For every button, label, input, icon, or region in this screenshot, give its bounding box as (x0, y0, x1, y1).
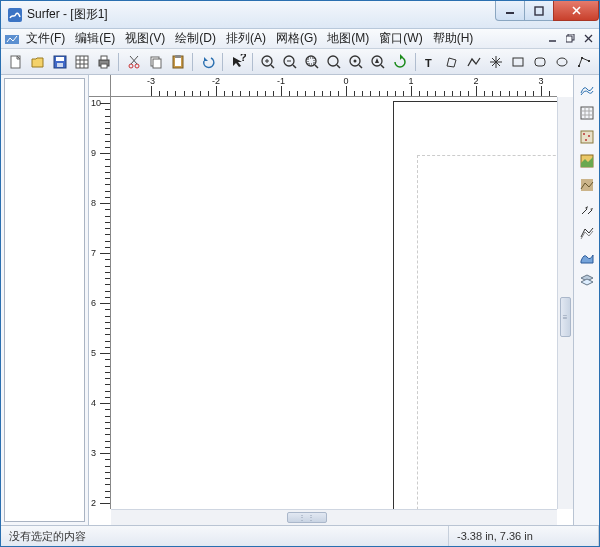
polygon-tool-button[interactable] (442, 51, 463, 73)
svg-point-68 (588, 135, 590, 137)
zoom-rect-button[interactable] (301, 51, 322, 73)
horizontal-ruler: -3-2-10123 (111, 75, 557, 97)
title-bar: Surfer - [图形1] (1, 1, 599, 29)
menu-arrange[interactable]: 排列(A) (221, 28, 271, 49)
menu-window[interactable]: 窗口(W) (374, 28, 427, 49)
svg-text:?: ? (240, 54, 246, 63)
svg-rect-59 (581, 57, 583, 59)
menu-bar: 文件(F) 编辑(E) 视图(V) 绘制(D) 排列(A) 网格(G) 地图(M… (1, 29, 599, 49)
reshape-tool-button[interactable] (574, 51, 595, 73)
svg-line-73 (588, 210, 592, 214)
status-coordinates: -3.38 in, 7.36 in (449, 526, 599, 546)
svg-rect-22 (101, 64, 107, 68)
new-button[interactable] (5, 51, 26, 73)
svg-line-72 (582, 209, 587, 214)
mdi-controls (543, 31, 597, 47)
zoom-fit-button[interactable] (323, 51, 344, 73)
menu-edit[interactable]: 编辑(E) (70, 28, 120, 49)
svg-line-26 (130, 56, 137, 64)
svg-rect-66 (581, 131, 593, 143)
zoom-in-button[interactable] (257, 51, 278, 73)
mdi-system-icon[interactable] (5, 32, 19, 46)
status-bar: 没有选定的内容 -3.38 in, 7.36 in (1, 525, 599, 546)
menu-grid[interactable]: 网格(G) (271, 28, 322, 49)
page-margin (417, 155, 557, 509)
menu-map[interactable]: 地图(M) (322, 28, 374, 49)
svg-rect-15 (76, 56, 88, 68)
svg-rect-58 (578, 65, 580, 67)
svg-rect-61 (581, 107, 593, 119)
rounded-rect-tool-button[interactable] (530, 51, 551, 73)
menu-view[interactable]: 视图(V) (120, 28, 170, 49)
paste-button[interactable] (167, 51, 188, 73)
rectangle-tool-button[interactable] (508, 51, 529, 73)
redraw-button[interactable] (390, 51, 411, 73)
map-toolbar (573, 75, 599, 525)
symbol-tool-button[interactable] (486, 51, 507, 73)
mdi-minimize-button[interactable] (543, 31, 561, 47)
save-button[interactable] (49, 51, 70, 73)
svg-rect-31 (175, 55, 181, 58)
cut-button[interactable] (123, 51, 144, 73)
svg-rect-30 (175, 58, 181, 66)
svg-rect-2 (535, 7, 543, 15)
worksheet-button[interactable] (71, 51, 92, 73)
svg-rect-8 (566, 36, 572, 42)
minimize-button[interactable] (495, 1, 525, 21)
wireframe-map-icon[interactable] (577, 223, 597, 243)
polyline-tool-button[interactable] (464, 51, 485, 73)
mdi-restore-button[interactable] (561, 31, 579, 47)
horizontal-scroll-thumb[interactable]: ⋮⋮ (287, 512, 327, 523)
app-icon (7, 7, 23, 23)
contour-map-icon[interactable] (577, 79, 597, 99)
svg-text:T: T (425, 57, 432, 69)
svg-point-69 (585, 139, 587, 141)
zoom-out-button[interactable] (279, 51, 300, 73)
svg-point-57 (557, 58, 567, 66)
canvas-viewport[interactable] (111, 97, 557, 509)
status-selection: 没有选定的内容 (1, 526, 449, 546)
horizontal-scrollbar[interactable]: ⋮⋮ (111, 509, 557, 525)
zoom-actual-button[interactable] (345, 51, 366, 73)
svg-rect-14 (57, 63, 63, 67)
base-map-icon[interactable] (577, 103, 597, 123)
text-tool-button[interactable]: T (420, 51, 441, 73)
surface-map-icon[interactable] (577, 247, 597, 267)
vertical-scroll-thumb[interactable]: ≡ (560, 297, 571, 337)
svg-point-43 (328, 56, 338, 66)
svg-line-44 (337, 65, 340, 68)
vertical-scrollbar[interactable]: ≡ (557, 97, 573, 509)
maximize-button[interactable] (524, 1, 554, 21)
svg-point-67 (583, 133, 585, 135)
mdi-close-button[interactable] (579, 31, 597, 47)
svg-point-47 (353, 59, 356, 62)
print-button[interactable] (93, 51, 114, 73)
svg-rect-21 (101, 56, 107, 60)
toolbar-separator (192, 53, 193, 71)
menu-help[interactable]: 帮助(H) (428, 28, 479, 49)
close-button[interactable] (553, 1, 599, 21)
open-button[interactable] (27, 51, 48, 73)
svg-line-34 (271, 65, 274, 68)
zoom-realtime-button[interactable] (368, 51, 389, 73)
vector-map-icon[interactable] (577, 199, 597, 219)
svg-line-49 (381, 65, 384, 68)
menu-draw[interactable]: 绘制(D) (170, 28, 221, 49)
work-area: -3-2-10123 1098765432 ≡ ⋮⋮ (1, 75, 599, 525)
image-map-icon[interactable] (577, 151, 597, 171)
svg-point-24 (135, 64, 139, 68)
toolbar: ? T (1, 49, 599, 75)
copy-button[interactable] (145, 51, 166, 73)
menu-file[interactable]: 文件(F) (21, 28, 70, 49)
shaded-relief-icon[interactable] (577, 175, 597, 195)
post-map-icon[interactable] (577, 127, 597, 147)
svg-line-46 (359, 65, 362, 68)
undo-button[interactable] (197, 51, 218, 73)
object-manager-tree[interactable] (4, 78, 85, 522)
overlay-maps-icon[interactable] (577, 271, 597, 291)
object-manager-pane[interactable] (1, 75, 89, 525)
ellipse-tool-button[interactable] (552, 51, 573, 73)
toolbar-separator (252, 53, 253, 71)
toolbar-separator (415, 53, 416, 71)
help-pointer-button[interactable]: ? (227, 51, 248, 73)
